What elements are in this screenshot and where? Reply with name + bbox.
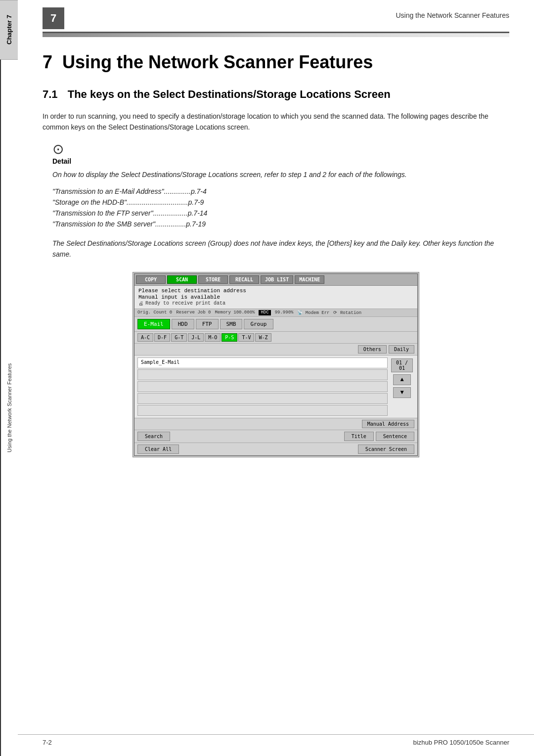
gradient-bar [43, 33, 509, 37]
status-modem: 📡 Modem Err [297, 310, 329, 315]
status-area: Please select destination address Manual… [134, 286, 417, 309]
alpha-df[interactable]: D-F [154, 333, 170, 342]
ref-line-1: "Transmission to an E-Mail Address".....… [52, 187, 509, 195]
tab-smb[interactable]: SMB [220, 319, 243, 329]
status-percent: 99.990% [275, 310, 294, 315]
list-item-4[interactable] [137, 405, 388, 416]
menu-btn-scan[interactable]: SCAN [167, 275, 197, 284]
alpha-gt[interactable]: G-T [171, 333, 187, 342]
status-rotation: ⟳ Rotation [333, 310, 361, 315]
alpha-tv[interactable]: T-V [238, 333, 254, 342]
list-column: Sample_E-Mail [137, 357, 388, 416]
alpha-ac[interactable]: A-C [137, 333, 153, 342]
menu-btn-machine[interactable]: MACHINE [295, 275, 324, 284]
menu-bar: COPY SCAN STORE RECALL JOB LIST MACHINE [134, 274, 417, 286]
chapter-title-number: 7 [43, 52, 52, 73]
menu-btn-recall[interactable]: RECALL [229, 275, 259, 284]
status-bar: Orig. Count 0 Reserve Job 0 Memory 100.0… [134, 309, 417, 317]
status-line1: Please select destination address [138, 288, 413, 294]
manual-address-row: Manual Address [134, 418, 417, 430]
list-item-2[interactable] [137, 381, 388, 392]
chapter-title: 7 Using the Network Scanner Features [43, 52, 509, 73]
daily-button[interactable]: Daily [389, 345, 414, 354]
ref-line-2: "Storage on the HDD-B"..................… [52, 198, 509, 206]
alpha-wz[interactable]: W-Z [255, 333, 271, 342]
tab-email[interactable]: E-Mail [137, 319, 170, 329]
detail-label: Detail [52, 157, 509, 165]
sentence-button[interactable]: Sentence [376, 432, 414, 441]
status-orig-count: Orig. Count 0 [137, 310, 172, 315]
menu-btn-joblist[interactable]: JOB LIST [261, 275, 293, 284]
note-text: The Select Destinations/Storage Location… [52, 238, 509, 260]
section-number: 7.1 [43, 88, 58, 100]
page-header: 7 Using the Network Scanner Features [43, 0, 509, 33]
status-hdc: HDC [259, 310, 270, 315]
alpha-mo[interactable]: M-O [205, 333, 221, 342]
ref-line-4: "Transmission to the SMB server"........… [52, 220, 509, 228]
tab-hdd[interactable]: HDD [172, 319, 194, 329]
footer-page-number: 7-2 [43, 739, 52, 746]
chapter-tab: Chapter 7 [0, 0, 18, 59]
scanner-screen-button[interactable]: Scanner Screen [358, 445, 414, 454]
status-memory: Memory 100.000% [215, 310, 255, 315]
tab-group[interactable]: Group [244, 319, 273, 329]
alpha-row: A-C D-F G-T J-L M-O P-S T-V W-Z [134, 332, 417, 344]
up-button[interactable]: ▲ [393, 374, 411, 385]
section-title: 7.1 The keys on the Select Destinations/… [43, 88, 509, 102]
tab-row: E-Mail HDD FTP SMB Group [134, 317, 417, 332]
side-tabs: Chapter 7 Using the Network Scanner Feat… [0, 0, 18, 756]
chapter-number-box: 7 [43, 7, 64, 29]
bottom-row-2: Clear All Scanner Screen [134, 443, 417, 455]
detail-box: ⊙ Detail On how to display the Select De… [52, 142, 509, 227]
footer-product: bizhub PRO 1050/1050e Scanner [413, 739, 509, 746]
others-button[interactable]: Others [358, 345, 387, 354]
main-content: 7 Using the Network Scanner Features 7 U… [18, 0, 534, 499]
search-button[interactable]: Search [137, 432, 170, 441]
ref-line-3: "Transmission to the FTP server"........… [52, 209, 509, 217]
clear-all-button[interactable]: Clear All [137, 445, 179, 454]
tab-ftp[interactable]: FTP [196, 319, 219, 329]
list-item-0[interactable]: Sample_E-Mail [137, 357, 388, 368]
down-button[interactable]: ▼ [393, 387, 411, 398]
list-item-3[interactable] [137, 393, 388, 404]
list-item-1[interactable] [137, 369, 388, 380]
section-title-text: The keys on the Select Destinations/Stor… [68, 88, 391, 100]
page-indicator: 01 / 01 [391, 358, 413, 372]
others-daily-row: Others Daily [134, 344, 417, 356]
status-reserve-job: Reserve Job 0 [176, 310, 211, 315]
list-controls: 01 / 01 ▲ ▼ [390, 357, 414, 416]
menu-btn-store[interactable]: STORE [198, 275, 228, 284]
page-footer: 7-2 bizhub PRO 1050/1050e Scanner [18, 734, 534, 746]
title-button[interactable]: Title [344, 432, 374, 441]
body-paragraph: In order to run scanning, you need to sp… [43, 111, 509, 133]
alpha-jl[interactable]: J-L [188, 333, 204, 342]
status-line3: 🖨 Ready to receive print data [138, 301, 413, 307]
alpha-ps[interactable]: P-S [222, 333, 237, 342]
header-title: Using the Network Scanner Features [396, 7, 509, 19]
detail-intro: On how to display the Select Destination… [52, 169, 509, 180]
detail-icon: ⊙ [52, 142, 509, 156]
chapter-title-text: Using the Network Scanner Features [62, 52, 373, 73]
screen-inner: COPY SCAN STORE RECALL JOB LIST MACHINE … [134, 273, 418, 456]
feature-tab: Using the Network Scanner Features [0, 59, 18, 756]
status-line2: Manual input is available [138, 294, 413, 300]
manual-address-button[interactable]: Manual Address [362, 420, 414, 428]
menu-btn-copy[interactable]: COPY [136, 275, 166, 284]
bottom-row-1: Search Title Sentence [134, 430, 417, 443]
list-area: Sample_E-Mail 01 / 01 ▲ ▼ [134, 356, 417, 418]
screen-simulation: COPY SCAN STORE RECALL JOB LIST MACHINE … [133, 272, 419, 457]
